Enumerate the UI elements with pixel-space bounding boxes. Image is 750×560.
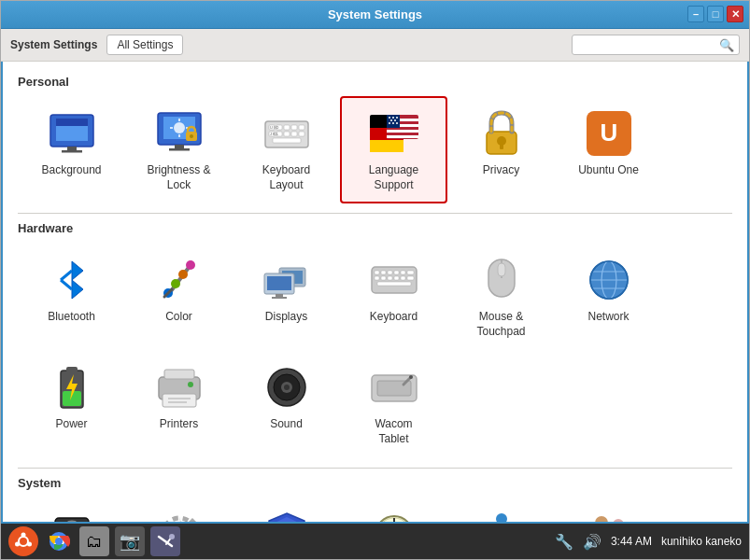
- settings-item-power[interactable]: Power: [18, 350, 125, 457]
- svg-point-55: [186, 260, 195, 270]
- settings-item-printers[interactable]: Printers: [125, 350, 233, 457]
- all-settings-button[interactable]: All Settings: [106, 35, 183, 55]
- bluetooth-label: Bluetooth: [48, 310, 95, 325]
- window-title: System Settings: [328, 7, 422, 21]
- settings-item-color[interactable]: Color: [125, 243, 233, 350]
- settings-item-keyboard-layout[interactable]: U I O J K L KeyboardLayout: [233, 96, 340, 203]
- taskbar-ubuntu-icon[interactable]: [8, 526, 38, 556]
- svg-point-123: [496, 513, 507, 522]
- printers-icon: [155, 363, 204, 412]
- svg-rect-97: [168, 401, 187, 403]
- system5-icon: [477, 511, 526, 522]
- ubuntu-one-icon: U: [585, 109, 633, 158]
- hardware-system-divider: [18, 468, 732, 469]
- main-content: Personal Background: [1, 62, 749, 522]
- settings-item-bluetooth[interactable]: Bluetooth: [18, 243, 125, 350]
- svg-rect-78: [407, 276, 414, 280]
- system-section: System: [18, 476, 732, 522]
- taskbar-files-icon[interactable]: 🗂: [79, 526, 109, 556]
- settings-item-network[interactable]: Network: [555, 243, 662, 350]
- breadcrumb-label: System Settings: [10, 38, 97, 51]
- svg-point-7: [174, 122, 185, 133]
- taskbar-speaker-icon[interactable]: 🔊: [583, 533, 601, 551]
- svg-point-98: [188, 382, 193, 387]
- svg-rect-95: [163, 394, 196, 407]
- printers-label: Printers: [160, 417, 198, 432]
- taskbar-wrench-icon[interactable]: 🔧: [555, 533, 573, 551]
- language-support-label: LanguageSupport: [369, 163, 418, 192]
- window-controls: – □ ✕: [687, 6, 743, 22]
- svg-rect-69: [388, 271, 392, 274]
- privacy-icon: [477, 109, 526, 158]
- wacom-tablet-icon: [370, 363, 418, 412]
- settings-item-system5[interactable]: [447, 497, 555, 522]
- svg-rect-26: [299, 132, 304, 136]
- taskbar-username: kunihiko kaneko: [661, 535, 742, 548]
- svg-text:J K L: J K L: [270, 132, 279, 136]
- settings-item-wacom-tablet[interactable]: WacomTablet: [340, 350, 447, 457]
- settings-item-privacy[interactable]: Privacy: [447, 96, 555, 203]
- svg-text:U: U: [600, 119, 617, 147]
- svg-rect-4: [62, 150, 82, 153]
- color-label: Color: [165, 310, 192, 325]
- settings-item-system2[interactable]: [125, 497, 233, 522]
- settings-item-system1[interactable]: [18, 497, 125, 522]
- toolbar: System Settings All Settings 🔍: [1, 29, 749, 62]
- svg-point-134: [15, 542, 20, 547]
- settings-item-displays[interactable]: Displays: [233, 243, 340, 350]
- system6-icon: [585, 511, 633, 522]
- displays-icon: [262, 256, 311, 304]
- sound-label: Sound: [270, 417, 303, 432]
- svg-point-133: [27, 542, 32, 547]
- minimize-button[interactable]: –: [687, 6, 704, 22]
- displays-label: Displays: [265, 310, 307, 325]
- svg-point-102: [284, 385, 290, 390]
- taskbar-webcam-icon[interactable]: 📷: [115, 526, 145, 556]
- svg-rect-67: [375, 271, 379, 274]
- svg-point-42: [390, 119, 392, 121]
- power-label: Power: [55, 417, 87, 432]
- taskbar-chrome-icon[interactable]: [44, 526, 74, 556]
- svg-rect-72: [407, 271, 414, 274]
- svg-rect-76: [394, 276, 399, 280]
- settings-item-keyboard[interactable]: Keyboard: [340, 243, 447, 350]
- svg-rect-77: [401, 276, 405, 280]
- settings-item-mouse-touchpad[interactable]: Mouse &Touchpad: [447, 243, 555, 350]
- settings-item-language-support[interactable]: LanguageSupport: [340, 96, 447, 203]
- keyboard-label: Keyboard: [370, 310, 417, 325]
- svg-point-132: [21, 533, 26, 538]
- svg-rect-73: [375, 276, 379, 280]
- personal-section: Personal Background: [18, 75, 732, 203]
- hardware-section: Hardware Bluetooth: [18, 221, 732, 457]
- settings-item-brightness-lock[interactable]: Brightness &Lock: [125, 96, 233, 203]
- search-icon: 🔍: [719, 38, 734, 52]
- brightness-lock-label: Brightness &Lock: [147, 163, 210, 192]
- svg-rect-82: [498, 263, 505, 276]
- taskbar-settings-icon[interactable]: [150, 526, 180, 556]
- background-label: Background: [41, 163, 101, 178]
- maximize-button[interactable]: □: [707, 6, 724, 22]
- svg-point-39: [389, 117, 390, 119]
- settings-item-ubuntu-one[interactable]: U Ubuntu One: [555, 96, 662, 203]
- system-items-grid: [18, 497, 732, 522]
- background-icon: [48, 109, 96, 158]
- search-input[interactable]: [572, 35, 740, 55]
- mouse-icon: [477, 256, 526, 304]
- svg-point-140: [169, 534, 175, 539]
- svg-rect-79: [377, 282, 411, 286]
- settings-item-sound[interactable]: Sound: [233, 350, 340, 457]
- settings-item-background[interactable]: Background: [18, 96, 125, 203]
- settings-item-system4[interactable]: [340, 497, 447, 522]
- settings-item-system3[interactable]: [233, 497, 340, 522]
- network-icon: [585, 256, 633, 304]
- system-settings-window: System Settings – □ ✕ System Settings Al…: [0, 0, 750, 560]
- settings-item-system6[interactable]: [555, 497, 662, 522]
- search-container: 🔍: [572, 35, 740, 55]
- language-support-icon: [370, 109, 418, 158]
- hardware-items-grid: Bluetooth: [18, 243, 732, 457]
- svg-rect-24: [284, 132, 290, 136]
- svg-rect-20: [291, 125, 297, 130]
- close-button[interactable]: ✕: [727, 6, 743, 22]
- svg-rect-70: [394, 271, 399, 274]
- svg-rect-49: [500, 143, 503, 149]
